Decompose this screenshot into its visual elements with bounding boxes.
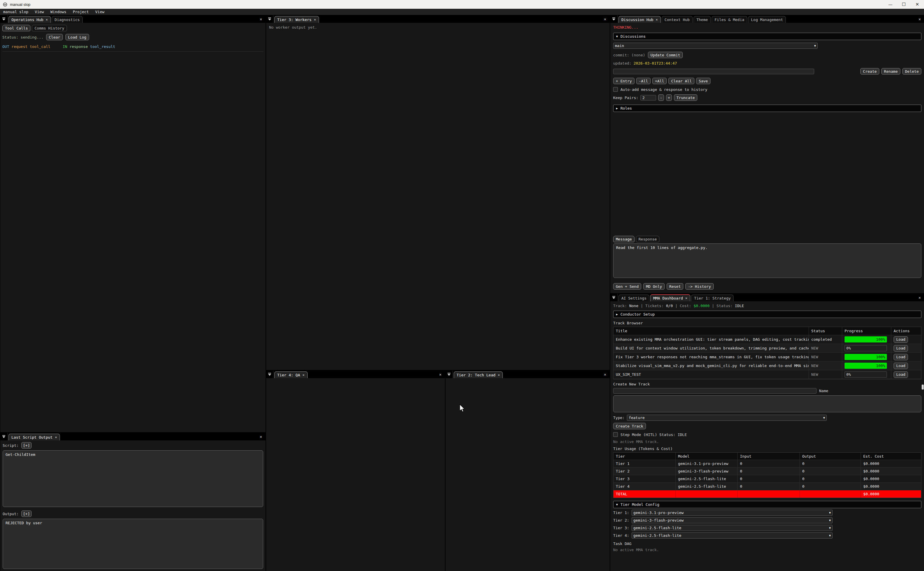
track-table-row[interactable]: Build UI for context window utilization,… bbox=[613, 344, 921, 353]
entry-action-button[interactable]: -All bbox=[636, 78, 651, 84]
menu-item[interactable]: View bbox=[92, 10, 108, 14]
keep-pairs-input[interactable]: 2 bbox=[640, 95, 656, 100]
tab-label: Tier 2: Tech Lead bbox=[457, 373, 496, 377]
tab-discussion[interactable]: Log Management bbox=[748, 16, 786, 23]
panel-close-icon[interactable]: ✕ bbox=[915, 295, 924, 300]
subtab[interactable]: Tool Calls bbox=[2, 25, 30, 31]
tab-close-icon[interactable]: ✕ bbox=[46, 17, 48, 22]
dock-menu-icon[interactable] bbox=[610, 15, 618, 23]
dock-menu-icon[interactable] bbox=[445, 370, 453, 378]
rename-button[interactable]: Rename bbox=[881, 68, 900, 74]
step-mode-checkbox[interactable] bbox=[613, 432, 618, 437]
track-table-row[interactable]: Enhance existing MMA orchestration GUI: … bbox=[613, 335, 921, 344]
entry-action-button[interactable]: + Entry bbox=[613, 78, 634, 84]
tier-model-select[interactable]: gemini-2.5-flash-lite ▼ bbox=[631, 532, 833, 539]
discussion-select-value: main bbox=[615, 43, 624, 48]
tab-discussion[interactable]: Files & Media bbox=[711, 16, 747, 23]
tab-close-icon[interactable]: ✕ bbox=[498, 373, 500, 377]
menu-item[interactable]: View bbox=[32, 10, 47, 14]
delete-button[interactable]: Delete bbox=[902, 68, 921, 74]
tab-operations[interactable]: Diagnostics bbox=[52, 16, 83, 23]
truncate-button[interactable]: Truncate bbox=[674, 94, 698, 101]
panel-close-icon[interactable]: ✕ bbox=[256, 435, 266, 439]
scrollbar-thumb[interactable] bbox=[922, 384, 924, 389]
panel-close-icon[interactable]: ✕ bbox=[915, 17, 924, 21]
entry-action-button[interactable]: Save bbox=[696, 78, 710, 84]
output-expand-button[interactable]: [+] bbox=[21, 511, 32, 517]
update-commit-button[interactable]: Update Commit bbox=[648, 52, 683, 58]
roles-collapse-header[interactable]: ▶ Roles bbox=[613, 105, 921, 112]
dock-menu-icon[interactable] bbox=[266, 370, 273, 378]
composer-action-button[interactable]: Reset bbox=[667, 283, 683, 290]
tab-mma[interactable]: AI Settings bbox=[618, 295, 649, 301]
tab-tier3-workers[interactable]: Tier 3: Workers ✕ bbox=[274, 16, 319, 23]
composer-subtab[interactable]: Message bbox=[613, 236, 634, 242]
tab-mma[interactable]: Tier 1: Strategy bbox=[691, 295, 733, 301]
tab-discussion[interactable]: Context Hub bbox=[662, 16, 693, 23]
discussions-collapse-header[interactable]: ▼ Discussions bbox=[613, 33, 921, 40]
autoadd-checkbox[interactable] bbox=[613, 87, 618, 92]
tier-model-config-collapse-header[interactable]: ▼ Tier Model Config bbox=[613, 501, 921, 508]
load-button[interactable]: Load bbox=[894, 371, 908, 378]
tab-operations[interactable]: Operations Hub ✕ bbox=[8, 16, 51, 23]
tier-model-select[interactable]: gemini-3.1-pro-preview ▼ bbox=[631, 510, 833, 516]
tier-model-select[interactable]: gemini-3-flash-preview ▼ bbox=[631, 517, 833, 523]
composer-action-button[interactable]: MD Only bbox=[643, 283, 665, 290]
load-button[interactable]: Load bbox=[894, 363, 908, 369]
tab-close-icon[interactable]: ✕ bbox=[314, 17, 316, 22]
panel-close-icon[interactable]: ✕ bbox=[256, 17, 266, 21]
tab-discussion[interactable]: Discussion Hub ✕ bbox=[618, 16, 661, 23]
minimize-icon[interactable]: — bbox=[884, 0, 897, 9]
maximize-icon[interactable]: ☐ bbox=[897, 0, 910, 9]
load-log-button[interactable]: Load Log bbox=[65, 34, 89, 40]
track-table-row[interactable]: Fix Tier 3 worker responses not reaching… bbox=[613, 353, 921, 361]
keep-pairs-plus-button[interactable]: + bbox=[666, 94, 672, 101]
tab-close-icon[interactable]: ✕ bbox=[302, 373, 304, 377]
dock-menu-icon[interactable] bbox=[610, 294, 618, 301]
track-table-row[interactable]: UX_SIM_TEST NEW 0% Load bbox=[613, 370, 921, 379]
tab-mma[interactable]: MMA Dashboard ✕ bbox=[650, 294, 690, 301]
composer-action-button[interactable]: Gen + Send bbox=[613, 283, 641, 290]
clear-button[interactable]: Clear bbox=[46, 34, 63, 40]
menu-item[interactable]: Project bbox=[69, 10, 92, 14]
track-table-row[interactable]: Stabilize visual_sim_mma_v2.py and mock_… bbox=[613, 361, 921, 370]
tab-discussion[interactable]: Theme bbox=[693, 16, 711, 23]
subtab[interactable]: Comms History bbox=[32, 25, 67, 31]
menu-item[interactable]: Windows bbox=[47, 10, 69, 14]
menu-item[interactable]: manual slop bbox=[0, 10, 32, 14]
panel-close-icon[interactable]: ✕ bbox=[600, 372, 610, 377]
tab-close-icon[interactable]: ✕ bbox=[55, 435, 57, 439]
tab-last-script-output[interactable]: Last Script Output ✕ bbox=[8, 434, 60, 440]
composer-action-button[interactable]: -> History bbox=[685, 283, 713, 290]
track-name-input[interactable] bbox=[613, 388, 816, 394]
conductor-setup-collapse-header[interactable]: ▶ Conductor Setup bbox=[613, 311, 921, 318]
tab-close-icon[interactable]: ✕ bbox=[685, 296, 687, 300]
script-textarea[interactable]: Get-ChildItem bbox=[3, 450, 263, 507]
discussion-name-input[interactable] bbox=[613, 69, 814, 74]
entry-action-button[interactable]: +All bbox=[652, 78, 667, 84]
dock-menu-icon[interactable] bbox=[0, 15, 8, 23]
panel-close-icon[interactable]: ✕ bbox=[600, 17, 610, 21]
load-button[interactable]: Load bbox=[894, 345, 908, 352]
load-button[interactable]: Load bbox=[894, 336, 908, 343]
composer-subtab[interactable]: Response bbox=[636, 236, 660, 242]
tab-close-icon[interactable]: ✕ bbox=[656, 17, 658, 22]
close-icon[interactable]: ✕ bbox=[910, 0, 924, 9]
track-description-textarea[interactable] bbox=[613, 395, 921, 412]
dock-menu-icon[interactable] bbox=[0, 433, 8, 440]
keep-pairs-minus-button[interactable]: - bbox=[658, 94, 664, 101]
tier-model-select[interactable]: gemini-2.5-flash-lite ▼ bbox=[631, 525, 833, 531]
panel-close-icon[interactable]: ✕ bbox=[436, 372, 445, 377]
create-button[interactable]: Create bbox=[860, 68, 879, 74]
create-track-button[interactable]: Create Track bbox=[613, 423, 646, 429]
tab-tier2-tech-lead[interactable]: Tier 2: Tech Lead ✕ bbox=[454, 371, 503, 378]
script-expand-button[interactable]: [+] bbox=[21, 442, 32, 449]
message-textarea[interactable]: Read the first 10 lines of aggregate.py. bbox=[613, 244, 921, 278]
tab-tier4-qa[interactable]: Tier 4: QA ✕ bbox=[274, 371, 308, 378]
dock-menu-icon[interactable] bbox=[266, 15, 273, 23]
load-button[interactable]: Load bbox=[894, 354, 908, 360]
entry-action-button[interactable]: Clear All bbox=[668, 78, 694, 84]
discussion-select[interactable]: main ▼ bbox=[613, 43, 818, 49]
track-type-select[interactable]: feature ▼ bbox=[627, 415, 827, 421]
output-textarea[interactable]: REJECTED by user bbox=[3, 519, 263, 569]
